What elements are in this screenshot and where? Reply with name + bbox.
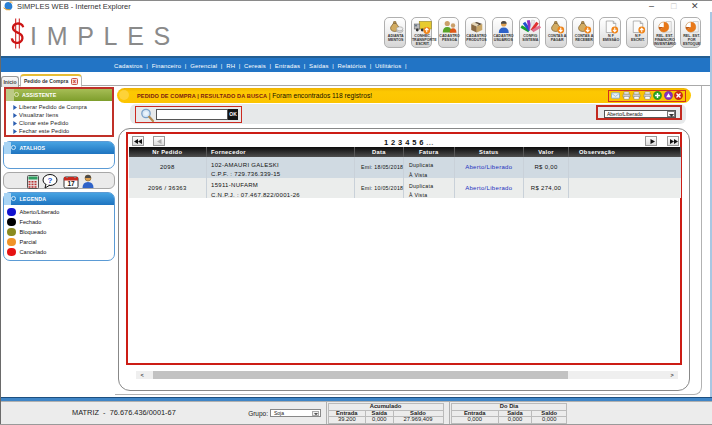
- svg-text:17: 17: [67, 180, 75, 187]
- svg-text:?: ?: [47, 176, 52, 185]
